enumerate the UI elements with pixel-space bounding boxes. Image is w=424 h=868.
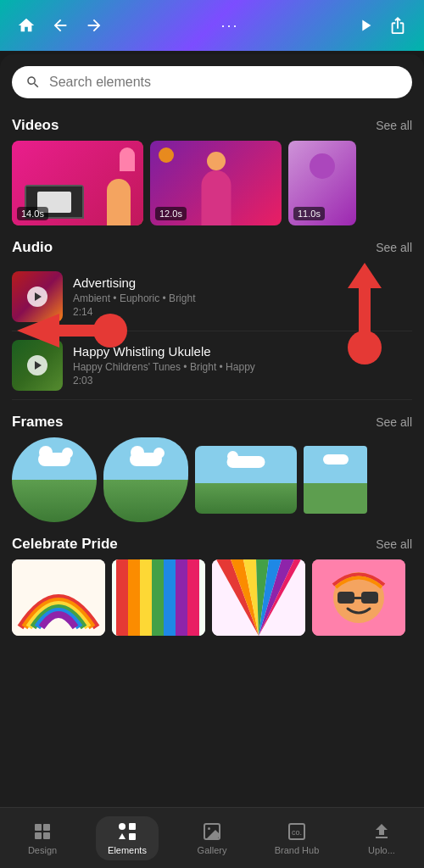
nav-elements[interactable]: Elements (85, 816, 170, 860)
svg-rect-8 (187, 559, 199, 636)
main-panel: Videos See all 14.0s (0, 54, 424, 868)
brand-hub-icon: co. (287, 821, 307, 842)
audio-title: Audio (12, 239, 53, 256)
svg-point-30 (208, 827, 210, 830)
frames-title: Frames (12, 414, 63, 431)
nav-brand-hub-label: Brand Hub (275, 845, 320, 855)
videos-title: Videos (12, 117, 59, 134)
pride-item-4[interactable] (312, 559, 405, 636)
svg-rect-28 (129, 833, 136, 840)
svg-rect-5 (152, 559, 164, 636)
videos-see-all[interactable]: See all (376, 119, 412, 132)
more-icon[interactable]: ··· (220, 17, 238, 35)
audio-tags-2: Happy Childrens' Tunes • Bright • Happy (73, 361, 412, 373)
nav-elements-label: Elements (108, 845, 147, 855)
svg-rect-13 (361, 592, 378, 604)
play-icon[interactable] (356, 16, 375, 35)
video-item-2[interactable]: 12.0s (150, 141, 282, 225)
elements-icon (117, 821, 137, 842)
frame-rect[interactable] (195, 446, 297, 514)
nav-upload[interactable]: Uplo... (339, 821, 424, 855)
nav-elements-bg: Elements (96, 816, 159, 860)
search-icon (25, 75, 41, 90)
audio-duration-2: 2:03 (73, 375, 412, 387)
gallery-icon (202, 821, 222, 842)
pride-section-header: Celebrate Pride See all (12, 536, 412, 553)
audio-info-2: Happy Whistling Ukulele Happy Childrens'… (73, 344, 412, 387)
audio-section-header: Audio See all (12, 239, 412, 256)
bottom-nav: Design Elements (0, 807, 424, 868)
svg-rect-23 (35, 832, 42, 839)
audio-info-1: Advertising Ambient • Euphoric • Bright … (73, 275, 412, 318)
search-bar[interactable] (12, 66, 412, 98)
pride-row (12, 559, 412, 643)
pride-item-3[interactable] (212, 559, 305, 636)
svg-rect-26 (129, 823, 136, 830)
audio-thumb-2 (12, 340, 63, 391)
svg-rect-22 (43, 824, 50, 831)
audio-thumb-1 (12, 271, 63, 322)
svg-rect-2 (116, 559, 128, 636)
video-item-1[interactable]: 14.0s (12, 141, 143, 225)
frame-wide[interactable] (304, 446, 367, 514)
pride-title: Celebrate Pride (12, 536, 118, 553)
frame-circle[interactable] (12, 437, 97, 522)
frames-section-header: Frames See all (12, 414, 412, 431)
audio-tags-1: Ambient • Euphoric • Bright (73, 292, 412, 304)
nav-gallery-label: Gallery (198, 845, 227, 855)
svg-rect-14 (354, 597, 361, 599)
nav-design-label: Design (28, 845, 57, 855)
nav-brand-hub[interactable]: co. Brand Hub (254, 821, 339, 855)
play-button-1[interactable] (27, 287, 47, 307)
svg-rect-6 (164, 559, 176, 636)
frames-see-all[interactable]: See all (376, 415, 412, 429)
pride-item-2[interactable] (112, 559, 205, 636)
top-bar-center: ··· (220, 17, 238, 35)
pride-see-all[interactable]: See all (376, 537, 412, 551)
audio-duration-1: 2:14 (73, 306, 412, 318)
upload-icon (371, 821, 392, 842)
top-bar-right (356, 16, 407, 35)
nav-design[interactable]: Design (0, 821, 85, 855)
home-icon[interactable] (17, 16, 36, 35)
audio-item-1[interactable]: Advertising Ambient • Euphoric • Bright … (12, 263, 412, 331)
design-icon (32, 821, 53, 842)
content-area[interactable]: Videos See all 14.0s (0, 107, 424, 807)
video-duration-1: 14.0s (17, 207, 48, 220)
svg-rect-21 (35, 824, 42, 831)
share-icon[interactable] (388, 16, 407, 35)
videos-row: 14.0s 12.0s 11.0s (12, 141, 412, 225)
audio-title-1: Advertising (73, 275, 412, 290)
video-item-3[interactable]: 11.0s (288, 141, 356, 225)
back-icon[interactable] (51, 16, 70, 35)
svg-rect-12 (338, 592, 354, 604)
frames-row (12, 437, 412, 522)
svg-point-25 (119, 823, 126, 830)
svg-rect-3 (128, 559, 140, 636)
video-duration-2: 12.0s (155, 207, 187, 220)
pride-item-1[interactable] (12, 559, 105, 636)
play-button-2[interactable] (27, 355, 47, 376)
top-bar: ··· (0, 0, 424, 51)
nav-upload-label: Uplo... (368, 845, 395, 855)
video-duration-3: 11.0s (293, 207, 325, 220)
top-bar-left (17, 16, 103, 35)
svg-marker-27 (119, 833, 126, 839)
audio-title-2: Happy Whistling Ukulele (73, 344, 412, 359)
svg-text:co.: co. (292, 828, 302, 837)
search-input[interactable] (49, 75, 399, 90)
svg-rect-7 (176, 559, 187, 636)
audio-item-2[interactable]: Happy Whistling Ukulele Happy Childrens'… (12, 331, 412, 400)
nav-gallery[interactable]: Gallery (170, 821, 254, 855)
videos-section-header: Videos See all (12, 117, 412, 134)
forward-icon[interactable] (85, 16, 103, 35)
frame-blob[interactable] (103, 437, 188, 522)
audio-see-all[interactable]: See all (376, 241, 412, 254)
svg-rect-24 (43, 832, 50, 839)
svg-rect-4 (140, 559, 152, 636)
